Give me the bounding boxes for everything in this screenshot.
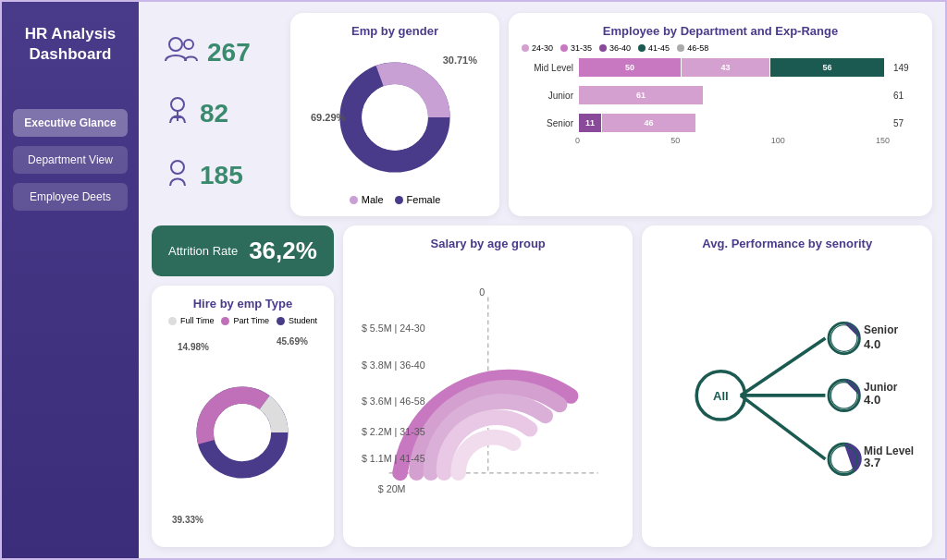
salary-arc-svg: $ 5.5M | 24-30 $ 3.8M | 36-40 $ 3.6M | 4…: [356, 256, 621, 536]
sidebar-item-executive[interactable]: Executive Glance: [13, 109, 128, 137]
label-3640: 36-40: [609, 43, 631, 53]
x-tick-150: 150: [876, 136, 890, 145]
bar-label-senior: Senior: [525, 118, 573, 128]
bar-total-junior: 61: [893, 91, 916, 101]
attrition-value: 36,2%: [249, 237, 317, 265]
salary-label-3640: $ 3.8M | 36-40: [362, 359, 425, 371]
perf-tree-wrapper: All Senior 4.0 Junior 4.0: [655, 256, 919, 536]
senior-label: Senior: [865, 323, 899, 336]
dept-legend: 24-30 31-35 36-40 41-45 46-58: [522, 43, 919, 53]
salary-card: Salary by age group: [343, 225, 633, 547]
main-content: 267 82 185: [139, 2, 945, 558]
dept-title: Employee by Department and Exp-Range: [522, 24, 919, 38]
female-count: 82: [200, 99, 228, 128]
hire-donut-wrapper: 45.69% 39.33% 14.98%: [165, 329, 321, 536]
svg-point-0: [169, 38, 182, 51]
attrition-card: Attrition Rate 36,2%: [152, 225, 334, 276]
bar-group-junior: 61: [579, 86, 884, 104]
dept-bar-chart: Mid Level 50 43 56 149 Junior 61 61: [522, 58, 919, 132]
seg-senior-2: 46: [602, 114, 695, 132]
hire-card: Hire by emp Type Full Time Part Time Stu…: [152, 286, 334, 547]
sidebar-nav: Executive Glance Department View Employe…: [13, 109, 128, 211]
stats-panel: 267 82 185: [152, 13, 281, 216]
hire-legend: Full Time Part Time Student: [165, 316, 321, 325]
salary-chart-wrapper: $ 5.5M | 24-30 $ 3.8M | 36-40 $ 3.6M | 4…: [356, 256, 621, 536]
female-legend-dot: [395, 196, 403, 204]
seg-midlevel-3: 56: [770, 58, 884, 77]
male-icon: [165, 158, 191, 194]
bar-group-midlevel: 50 43 56: [579, 58, 884, 77]
dot-3640: [599, 44, 607, 52]
salary-title: Salary by age group: [356, 237, 621, 250]
salary-label-4145: $ 1.1M | 41-45: [362, 453, 425, 464]
stat-male: 185: [165, 158, 268, 194]
gender-title: Emp by gender: [351, 24, 438, 38]
gender-donut: 69.29% 30.71%: [303, 43, 486, 190]
top-row: 267 82 185: [152, 13, 932, 216]
sidebar-title: HR AnalysisDashboard: [25, 24, 117, 65]
x-axis: 0 50 100 150: [575, 136, 890, 145]
senior-val: 4.0: [865, 337, 881, 351]
label-4145: 41-45: [648, 43, 670, 53]
x-tick-100: 100: [771, 136, 785, 145]
salary-bottom: $ 20M: [378, 483, 406, 494]
total-employees-icon: [165, 35, 198, 69]
attrition-label: Attrition Rate: [168, 244, 238, 258]
junior-label: Junior: [865, 381, 899, 394]
dot-3135: [560, 44, 568, 52]
svg-line-15: [741, 396, 826, 459]
legend-female: Female: [395, 194, 441, 205]
legend-4145: 41-45: [638, 43, 670, 53]
bar-row-senior: Senior 11 46 57: [525, 114, 916, 132]
fulltime-dot: [168, 317, 177, 325]
dept-card: Employee by Department and Exp-Range 24-…: [509, 13, 932, 216]
svg-point-3: [171, 161, 184, 174]
gender-legend: Male Female: [350, 194, 441, 205]
svg-point-10: [215, 405, 271, 461]
salary-top: 0: [479, 286, 485, 298]
seg-senior-1: 11: [579, 114, 601, 132]
fulltime-pct: 14.98%: [178, 342, 209, 352]
seg-junior-1: 61: [579, 86, 703, 104]
student-dot: [277, 317, 285, 325]
bar-label-midlevel: Mid Level: [525, 63, 573, 73]
legend-parttime: Part Time: [221, 316, 269, 325]
x-tick-0: 0: [575, 136, 580, 145]
x-tick-50: 50: [670, 136, 680, 145]
fulltime-label: Full Time: [180, 316, 215, 325]
bottom-row: Attrition Rate 36,2% Hire by emp Type Fu…: [152, 225, 932, 547]
svg-point-6: [362, 84, 428, 151]
hire-donut-svg: [191, 382, 293, 483]
legend-3135: 31-35: [560, 43, 592, 53]
bar-total-senior: 57: [893, 118, 916, 128]
sidebar-item-employee[interactable]: Employee Deets: [13, 183, 128, 211]
sidebar-item-department[interactable]: Department View: [13, 146, 128, 174]
parttime-dot: [221, 317, 229, 325]
seg-midlevel-1: 50: [579, 58, 681, 77]
dot-4658: [677, 44, 684, 52]
gender-donut-svg: [335, 57, 455, 177]
female-icon: [165, 95, 191, 131]
label-4658: 46-58: [687, 43, 708, 53]
svg-text:All: All: [713, 389, 729, 403]
student-pct: 45.69%: [277, 336, 308, 347]
salary-label-4658: $ 3.6M | 46-58: [362, 396, 425, 407]
bar-total-midlevel: 149: [893, 63, 916, 73]
svg-point-1: [184, 40, 193, 49]
total-count: 267: [207, 38, 251, 67]
svg-line-13: [741, 338, 826, 396]
male-count: 185: [200, 161, 243, 190]
male-legend-label: Male: [362, 194, 384, 205]
legend-2430: 24-30: [522, 43, 553, 53]
legend-student: Student: [277, 316, 317, 325]
male-legend-dot: [350, 196, 358, 204]
male-pct-label: 30.71%: [443, 55, 477, 66]
legend-3640: 36-40: [599, 43, 631, 53]
legend-male: Male: [350, 194, 384, 205]
svg-point-2: [171, 98, 184, 111]
parttime-pct: 39.33%: [172, 515, 203, 525]
dot-2430: [522, 44, 529, 52]
dot-4145: [638, 44, 646, 52]
student-label: Student: [289, 316, 317, 325]
perf-card: Avg. Performance by senority All: [642, 225, 932, 547]
